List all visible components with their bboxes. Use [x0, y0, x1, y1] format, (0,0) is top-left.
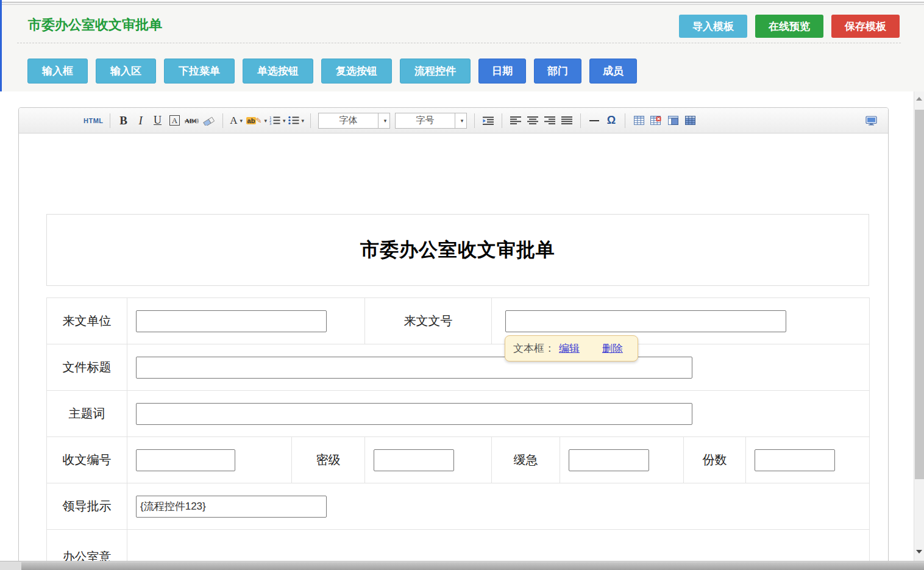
textbox-hover-tooltip: 文本框： 编辑 删除: [505, 335, 638, 362]
table-row: 文件标题: [47, 344, 870, 391]
label-incoming-doc-number: 来文文号: [365, 298, 492, 344]
strikethrough-icon[interactable]: ABC: [185, 113, 199, 129]
save-template-button[interactable]: 保存模板: [831, 15, 900, 38]
input-box-button[interactable]: 输入框: [27, 59, 88, 84]
tooltip-edit-link[interactable]: 编辑: [559, 341, 580, 355]
highlight-color-icon[interactable]: ab✎▾: [246, 113, 267, 129]
editor-toolbar: HTML B I U A ABC A▾ ab✎▾ 123 ▾: [19, 108, 888, 134]
delete-table-icon[interactable]: [649, 113, 663, 129]
toolbar-separator: [222, 113, 223, 128]
toolbar-separator: [474, 113, 475, 128]
urgency-input[interactable]: [569, 449, 649, 471]
font-size-select[interactable]: 字号 ▾: [395, 113, 467, 129]
component-toolbar: 输入框 输入区 下拉菜单 单选按钮 复选按钮 流程控件 日期 部门 成员: [27, 59, 637, 84]
align-justify-icon[interactable]: [560, 113, 574, 129]
online-preview-button[interactable]: 在线预览: [755, 15, 823, 38]
label-security-level: 密级: [292, 437, 365, 483]
table-row: 收文编号 密级 缓急 份数: [47, 437, 870, 483]
incoming-unit-input[interactable]: [136, 310, 327, 332]
horizontal-rule-icon[interactable]: [587, 113, 602, 129]
special-char-icon[interactable]: Ω: [604, 113, 619, 129]
rich-text-editor: HTML B I U A ABC A▾ ab✎▾ 123 ▾: [18, 107, 889, 570]
label-subject-words: 主题词: [47, 391, 127, 437]
checkbox-button[interactable]: 复选按钮: [321, 59, 392, 84]
leader-comments-control[interactable]: [136, 496, 327, 518]
subject-words-input[interactable]: [136, 403, 692, 425]
align-left-icon[interactable]: [508, 113, 523, 129]
date-button[interactable]: 日期: [478, 59, 526, 84]
radio-button[interactable]: 单选按钮: [243, 59, 313, 84]
remove-format-eraser-icon[interactable]: [202, 113, 216, 129]
chevron-down-icon: ▾: [378, 113, 389, 128]
ordered-list-icon[interactable]: 123 ▾: [269, 113, 286, 129]
tooltip-label: 文本框：: [513, 341, 555, 355]
label-leader-comments: 领导批示: [47, 483, 127, 530]
fullscreen-icon[interactable]: [864, 113, 878, 129]
quote-block-icon[interactable]: A: [168, 113, 182, 129]
table-row: 领导批示: [47, 483, 870, 530]
toolbar-separator: [580, 113, 581, 128]
dashed-separator: [17, 43, 901, 43]
member-button[interactable]: 成员: [589, 59, 637, 84]
toolbar-separator: [310, 113, 311, 128]
dropdown-button[interactable]: 下拉菜单: [164, 59, 235, 84]
form-title-box: 市委办公室收文审批单: [46, 214, 869, 286]
top-panel: 市委办公室收文审批单 导入模板 在线预览 保存模板 输入框 输入区 下拉菜单 单…: [0, 5, 924, 91]
label-copies: 份数: [684, 437, 746, 483]
unordered-list-icon[interactable]: ▾: [288, 113, 305, 129]
underline-icon[interactable]: U: [151, 113, 165, 129]
page-title: 市委办公室收文审批单: [28, 16, 162, 34]
table-row: 主题词: [47, 391, 870, 437]
receipt-number-input[interactable]: [136, 449, 235, 471]
scroll-down-arrow-icon[interactable]: [916, 550, 922, 554]
tooltip-delete-link[interactable]: 删除: [602, 341, 623, 355]
vertical-scrollbar-thumb[interactable]: [915, 110, 924, 479]
import-template-button[interactable]: 导入模板: [679, 15, 747, 38]
toolbar-separator: [110, 113, 110, 128]
font-color-icon[interactable]: A▾: [229, 113, 244, 129]
department-button[interactable]: 部门: [534, 59, 581, 84]
align-center-icon[interactable]: [525, 113, 540, 129]
label-receipt-number: 收文编号: [47, 437, 127, 483]
copies-input[interactable]: [755, 449, 835, 471]
italic-icon[interactable]: I: [133, 113, 148, 129]
horizontal-scrollbar-thumb[interactable]: [21, 562, 924, 570]
flow-control-button[interactable]: 流程控件: [400, 59, 471, 84]
table-row: 来文单位 来文文号: [47, 298, 870, 344]
svg-text:3: 3: [269, 122, 271, 125]
html-source-icon[interactable]: HTML: [84, 113, 104, 129]
vertical-scrollbar[interactable]: [914, 91, 924, 561]
incoming-doc-number-input[interactable]: [505, 310, 786, 332]
indent-icon[interactable]: [481, 113, 496, 129]
left-blue-strip: [0, 0, 2, 91]
horizontal-scrollbar[interactable]: [0, 561, 924, 570]
security-level-input[interactable]: [374, 449, 454, 471]
table-properties-icon[interactable]: [683, 113, 697, 129]
font-family-select[interactable]: 字体 ▾: [318, 113, 390, 129]
form-table: 来文单位 来文文号 文件标题 主题词 收文编号 密级 缓急 份数: [46, 297, 870, 570]
scroll-up-arrow-icon[interactable]: [916, 97, 922, 101]
bold-icon[interactable]: B: [116, 113, 131, 129]
input-area-button[interactable]: 输入区: [96, 59, 156, 84]
window-top-edge: [0, 0, 924, 5]
header-actions: 导入模板 在线预览 保存模板: [679, 15, 900, 38]
insert-table-icon[interactable]: [631, 113, 646, 129]
toolbar-separator: [502, 113, 502, 128]
editor-document[interactable]: 市委办公室收文审批单 来文单位 来文文号 文件标题 主题词 收文: [19, 134, 888, 570]
align-right-icon[interactable]: [542, 113, 557, 129]
label-urgency: 缓急: [492, 437, 560, 483]
label-document-title: 文件标题: [47, 344, 127, 391]
cell-properties-icon[interactable]: [666, 113, 680, 129]
label-incoming-unit: 来文单位: [47, 298, 127, 344]
chevron-down-icon: ▾: [455, 113, 466, 128]
toolbar-separator: [625, 113, 625, 128]
form-title: 市委办公室收文审批单: [360, 237, 555, 263]
